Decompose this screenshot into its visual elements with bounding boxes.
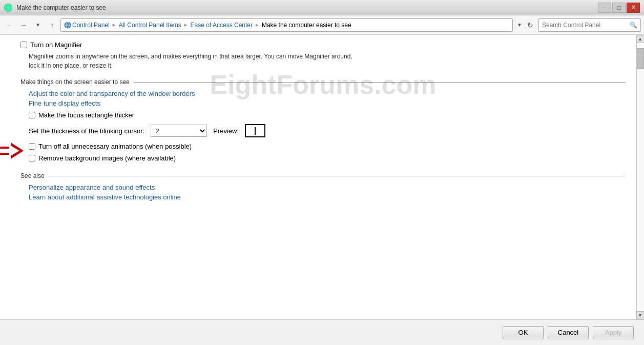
content-area: EightForums.com Turn on Magnifier Magnif…: [0, 35, 636, 319]
breadcrumb-sep-1: ►: [112, 22, 117, 28]
magnifier-label: Turn on Magnifier: [30, 41, 82, 49]
close-button[interactable]: ✕: [627, 3, 640, 13]
titlebar-title: Make the computer easier to see: [16, 4, 106, 11]
up-button[interactable]: ↑: [46, 19, 58, 31]
apply-button[interactable]: Apply: [593, 326, 634, 339]
see-also-links: Personalize appearance and sound effects…: [20, 184, 626, 201]
magnifier-checkbox[interactable]: [20, 42, 27, 48]
scrollbar: ▲ ▼: [636, 35, 644, 319]
search-icon[interactable]: 🔍: [630, 22, 637, 29]
easier-section-title: Make things on the screen easier to see: [20, 78, 626, 86]
content-wrapper: EightForums.com Turn on Magnifier Magnif…: [20, 41, 626, 201]
background-checkbox-row: Remove background images (where availabl…: [29, 154, 626, 162]
forward-button[interactable]: →: [17, 19, 30, 31]
preview-label: Preview:: [213, 127, 239, 135]
search-input[interactable]: [542, 22, 630, 29]
animations-section: Turn off all unnecessary animations (whe…: [29, 143, 626, 150]
breadcrumb-current: Make the computer easier to see: [262, 22, 351, 29]
scroll-thumb[interactable]: [637, 48, 644, 69]
breadcrumb-sep-3: ►: [255, 22, 260, 28]
background-checkbox[interactable]: [29, 155, 35, 161]
arrow-annotation: [0, 141, 24, 160]
magnifier-checkbox-row: Turn on Magnifier: [20, 41, 626, 49]
breadcrumb-ease-of-access[interactable]: Ease of Access Center: [191, 22, 253, 29]
fine-tune-link[interactable]: Fine tune display effects: [29, 99, 626, 107]
maximize-button[interactable]: □: [612, 3, 626, 13]
back-button[interactable]: ←: [3, 19, 15, 31]
cursor-preview-char: |: [254, 126, 256, 135]
search-box: 🔍: [538, 18, 641, 32]
bottom-bar: OK Cancel Apply: [0, 319, 644, 345]
scroll-up-button[interactable]: ▲: [636, 35, 645, 43]
cursor-thickness-row: Set the thickness of the blinking cursor…: [29, 124, 626, 137]
addressbar: ← → ▼ ↑ Control Panel ► All Control Pane…: [0, 15, 644, 35]
focus-rectangle-checkbox[interactable]: [29, 112, 35, 118]
breadcrumb-bar: Control Panel ► All Control Panel Items …: [60, 18, 513, 32]
scroll-down-button[interactable]: ▼: [636, 311, 645, 319]
animations-checkbox[interactable]: [29, 143, 35, 150]
control-panel-icon: [64, 22, 71, 29]
color-transparency-link[interactable]: Adjust the color and transparency of the…: [29, 90, 626, 97]
cancel-button[interactable]: Cancel: [548, 326, 589, 339]
app-icon: [4, 4, 12, 12]
magnifier-description: Magnifier zooms in anywhere on the scree…: [20, 52, 359, 70]
cursor-label: Set the thickness of the blinking cursor…: [29, 127, 144, 135]
focus-checkbox-row: Make the focus rectangle thicker: [29, 111, 626, 119]
breadcrumb-expand-button[interactable]: ▼: [517, 22, 522, 28]
main-layout: EightForums.com Turn on Magnifier Magnif…: [0, 35, 644, 319]
breadcrumb-all-items[interactable]: All Control Panel Items: [119, 22, 181, 29]
breadcrumb-sep-2: ►: [183, 22, 189, 28]
personalize-link[interactable]: Personalize appearance and sound effects: [29, 184, 626, 191]
ok-button[interactable]: OK: [503, 326, 544, 339]
background-label: Remove background images (where availabl…: [38, 154, 176, 162]
scroll-track[interactable]: [636, 43, 644, 311]
assistive-technologies-link[interactable]: Learn about additional assistive technol…: [29, 193, 626, 201]
easier-section: Make things on the screen easier to see …: [20, 78, 626, 162]
titlebar: Make the computer easier to see ─ □ ✕: [0, 0, 644, 15]
refresh-button[interactable]: ↻: [524, 19, 536, 31]
cursor-preview: |: [245, 124, 265, 137]
breadcrumb-control-panel[interactable]: Control Panel: [72, 22, 110, 29]
see-also-title: See also: [20, 172, 626, 179]
cursor-thickness-select[interactable]: 1 2 3 4 5: [151, 125, 207, 137]
easier-section-content: Adjust the color and transparency of the…: [20, 90, 626, 162]
animations-checkbox-row: Turn off all unnecessary animations (whe…: [29, 143, 626, 150]
minimize-button[interactable]: ─: [598, 3, 611, 13]
animations-label: Turn off all unnecessary animations (whe…: [38, 143, 192, 150]
dropdown-button[interactable]: ▼: [32, 19, 44, 31]
focus-rectangle-label: Make the focus rectangle thicker: [38, 111, 134, 119]
titlebar-buttons: ─ □ ✕: [598, 3, 640, 13]
see-also-section: See also Personalize appearance and soun…: [20, 172, 626, 201]
magnifier-section: Turn on Magnifier Magnifier zooms in any…: [20, 41, 626, 70]
